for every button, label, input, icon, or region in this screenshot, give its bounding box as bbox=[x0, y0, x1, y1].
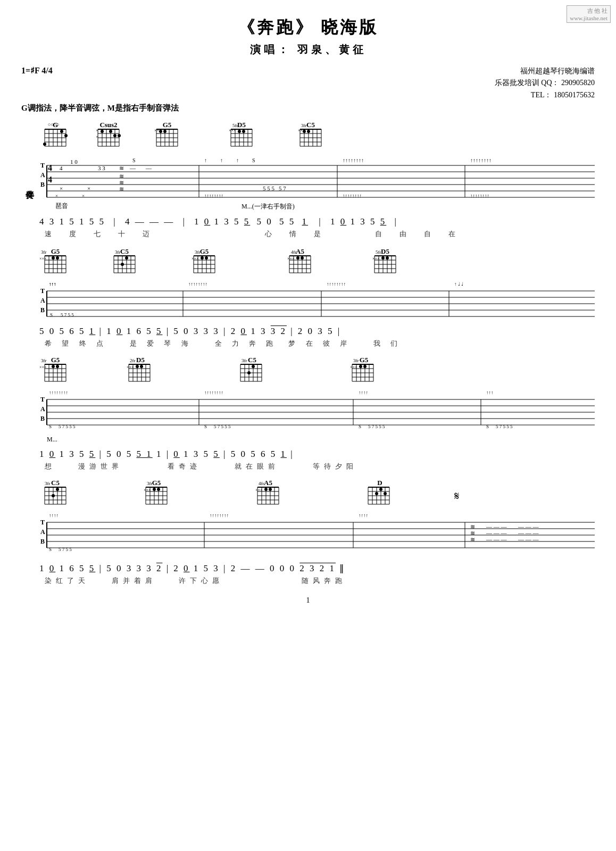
svg-text:A5: A5 bbox=[296, 247, 304, 255]
svg-point-254 bbox=[136, 365, 139, 368]
svg-point-357 bbox=[264, 488, 268, 491]
svg-text:S: S bbox=[132, 157, 136, 163]
svg-text:3fr: 3fr bbox=[353, 358, 359, 363]
svg-text:G5: G5 bbox=[51, 356, 60, 364]
svg-text:↑↑↑↑↑↑↑↑: ↑↑↑↑↑↑↑↑ bbox=[470, 193, 489, 198]
svg-point-239 bbox=[56, 365, 59, 368]
chord-row-1: G ○○○○ Csus2 bbox=[39, 121, 595, 155]
svg-text:×××: ××× bbox=[127, 365, 134, 370]
svg-text:S: S bbox=[204, 424, 207, 429]
svg-text:—  —  —: — — — bbox=[486, 530, 507, 536]
svg-text:4: 4 bbox=[60, 165, 63, 171]
svg-text:𝄋: 𝄋 bbox=[454, 489, 459, 503]
svg-text:C5: C5 bbox=[306, 121, 315, 129]
svg-text:B: B bbox=[40, 306, 45, 314]
chord-row-3: G5 3fr ××× D5 2fr bbox=[39, 356, 595, 390]
svg-text:C5: C5 bbox=[51, 479, 60, 487]
svg-text:×: × bbox=[60, 185, 63, 191]
svg-point-63 bbox=[242, 130, 245, 133]
chord-diagrams-svg-4: C5 3fr G5 3fr bbox=[39, 479, 518, 511]
svg-point-31 bbox=[118, 134, 121, 137]
tab-staff-svg-4: T A B ↑↑↑↑ S 5 7 5 5 ↑↑↑↑↑↑↑↑ bbox=[39, 513, 595, 555]
svg-text:↑↑↑↑↑↑↑↑: ↑↑↑↑↑↑↑↑ bbox=[470, 157, 492, 163]
svg-point-285 bbox=[359, 365, 362, 368]
svg-text:5 7 5 5 5: 5 7 5 5 5 bbox=[496, 424, 513, 429]
svg-text:↑: ↑ bbox=[236, 157, 239, 163]
svg-text:1 0: 1 0 bbox=[70, 158, 78, 165]
svg-text:↑↑↑↑↑↑↑↑: ↑↑↑↑↑↑↑↑ bbox=[210, 513, 229, 518]
melody-lyrics-3: 想 漫游世界 看奇迹 就在眼前 等待夕阳 bbox=[45, 462, 595, 471]
svg-text:↑↑↑↑: ↑↑↑↑ bbox=[49, 513, 59, 518]
svg-text:↑↑↑↑: ↑↑↑↑ bbox=[359, 390, 368, 395]
page-title: 《奔跑》 晓海版 bbox=[21, 16, 595, 39]
svg-text:5 7 5 5 5: 5 7 5 5 5 bbox=[214, 424, 231, 429]
svg-point-152 bbox=[125, 256, 128, 260]
svg-text:×××: ××× bbox=[229, 128, 236, 133]
svg-text:↑↑↑↑↑↑↑↑: ↑↑↑↑↑↑↑↑ bbox=[204, 193, 223, 198]
svg-text:×: × bbox=[55, 193, 58, 198]
svg-text:5 7: 5 7 bbox=[279, 185, 286, 191]
svg-point-342 bbox=[157, 488, 160, 491]
svg-text:×××: ××× bbox=[154, 128, 162, 133]
melody-lyrics-4: 染红了天 肩并着肩 许下心愿 随风奔跑 bbox=[45, 576, 595, 586]
chord-row-2: G5 3fr ××× C5 3fr bbox=[39, 247, 595, 281]
svg-text:T: T bbox=[40, 396, 45, 403]
svg-point-29 bbox=[109, 130, 112, 133]
svg-text:—  —  —: — — — bbox=[518, 536, 539, 543]
melody-notes-3: 1 0 1 3 5 5 | 5 0 5 5 1 1 | 0 1 3 5 5 | … bbox=[39, 449, 595, 460]
svg-text:S: S bbox=[49, 547, 52, 552]
svg-text:×××: ××× bbox=[144, 488, 151, 493]
melody-section-3: 1 0 1 3 5 5 | 5 0 5 5 1 1 | 0 1 3 5 5 | … bbox=[39, 449, 595, 471]
svg-point-166 bbox=[201, 256, 204, 260]
svg-text:—  —  —: — — — bbox=[486, 536, 507, 543]
svg-text:4fr: 4fr bbox=[291, 249, 297, 255]
svg-text:4fr: 4fr bbox=[259, 481, 264, 486]
tab-staff-4: T A B ↑↑↑↑ S 5 7 5 5 ↑↑↑↑↑↑↑↑ bbox=[39, 513, 595, 557]
tab-staff-2: T A B ↑↑↑ S 5 7 5 5 ↑↑↑↑↑↑↑↑ bbox=[39, 281, 595, 321]
svg-point-255 bbox=[140, 365, 143, 368]
svg-text:D5: D5 bbox=[136, 356, 145, 364]
svg-text:×××: ××× bbox=[39, 365, 47, 370]
info-right-line2: 乐器批发培训 QQ： 290905820 bbox=[495, 77, 595, 89]
svg-point-62 bbox=[238, 130, 241, 133]
watermark: 吉 他 社 www.jitashe.net bbox=[567, 5, 611, 23]
svg-text:4: 4 bbox=[48, 163, 52, 172]
svg-text:×: × bbox=[96, 128, 98, 133]
svg-text:G5: G5 bbox=[163, 121, 172, 129]
svg-text:↑↑↑↑↑↑↑↑: ↑↑↑↑↑↑↑↑ bbox=[327, 281, 346, 287]
svg-text:S: S bbox=[359, 424, 361, 429]
svg-point-372 bbox=[375, 492, 378, 495]
svg-text:≋: ≋ bbox=[119, 173, 124, 179]
svg-text:5 7  5 5: 5 7 5 5 bbox=[59, 547, 72, 552]
svg-text:↑↑↑↑↑↑↑↑: ↑↑↑↑↑↑↑↑ bbox=[49, 390, 68, 395]
svg-point-271 bbox=[252, 365, 255, 368]
svg-text:3fr: 3fr bbox=[195, 249, 201, 255]
svg-point-270 bbox=[247, 371, 251, 374]
page-subtitle: 演唱： 羽泉、黄征 bbox=[21, 43, 595, 57]
svg-text:3fr: 3fr bbox=[242, 358, 247, 363]
svg-text:A: A bbox=[40, 528, 45, 536]
svg-point-151 bbox=[121, 263, 124, 266]
svg-point-167 bbox=[205, 256, 208, 260]
watermark-line2: www.jitashe.net bbox=[570, 15, 607, 21]
svg-text:G5: G5 bbox=[200, 247, 209, 255]
svg-text:×××: ××× bbox=[287, 256, 295, 261]
svg-text:×××: ××× bbox=[192, 256, 199, 261]
svg-point-183 bbox=[301, 256, 304, 260]
melody-section-1: 4 3 1 5 1 5 5 | 4 — — — | 1 0 1 3 5 5 5 … bbox=[39, 216, 595, 239]
tab-section-2: T A B ↑↑↑ S 5 7 5 5 ↑↑↑↑↑↑↑↑ bbox=[21, 281, 595, 321]
svg-text:↑↑↑: ↑↑↑ bbox=[49, 281, 56, 287]
info-right: 福州超越琴行晓海编谱 乐器批发培训 QQ： 290905820 TEL： 180… bbox=[495, 65, 595, 101]
svg-text:↑↑↑↑↑↑↑↑: ↑↑↑↑↑↑↑↑ bbox=[343, 157, 364, 163]
svg-text:↑↑↑↑: ↑↑↑↑ bbox=[359, 513, 368, 518]
tab-label-mhand: M...(一津右手制音) bbox=[242, 202, 595, 211]
info-row: 1=♯F 4/4 福州超越琴行晓海编谱 乐器批发培训 QQ： 290905820… bbox=[21, 65, 595, 101]
svg-text:—  —  —: — — — bbox=[486, 523, 507, 530]
chord-row-4: C5 3fr G5 3fr bbox=[39, 479, 595, 513]
tab-section-4: T A B ↑↑↑↑ S 5 7 5 5 ↑↑↑↑↑↑↑↑ bbox=[21, 513, 595, 557]
svg-text:≋: ≋ bbox=[119, 179, 124, 186]
tab-staff-svg-1: T A B 4 4 4 × bbox=[39, 156, 595, 198]
svg-point-326 bbox=[52, 494, 55, 497]
section-label-4 bbox=[21, 513, 37, 557]
melody-section-4: 1 0 1 6 5 5 | 5 0 3 3 3 2 | 2 0 1 5 3 | … bbox=[39, 563, 595, 586]
